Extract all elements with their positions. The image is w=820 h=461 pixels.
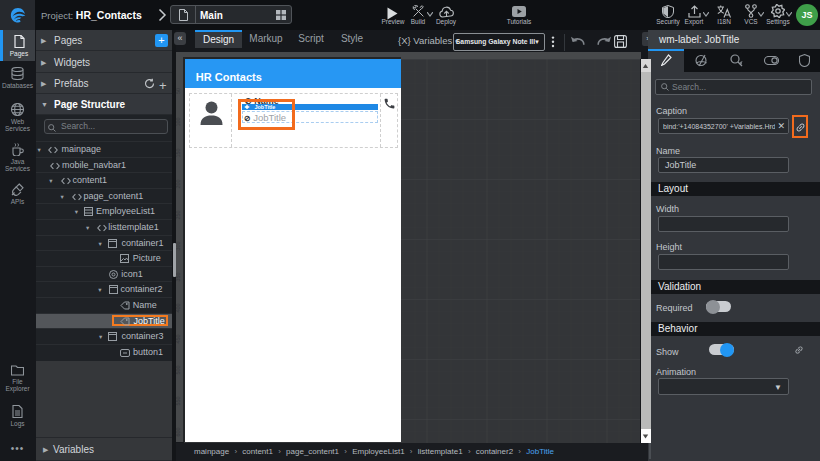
svg-text:200: 200 [176,179,181,188]
svg-text:500: 500 [176,365,181,374]
svg-text:600: 600 [176,427,181,436]
svg-text:350: 350 [176,272,181,281]
svg-text:300: 300 [176,241,181,250]
svg-text:450: 450 [176,334,181,343]
svg-text:50: 50 [176,88,181,94]
svg-text:100: 100 [176,117,181,126]
svg-text:550: 550 [176,396,181,405]
svg-text:250: 250 [176,210,181,219]
svg-text:400: 400 [176,303,181,312]
svg-text:150: 150 [176,148,181,157]
